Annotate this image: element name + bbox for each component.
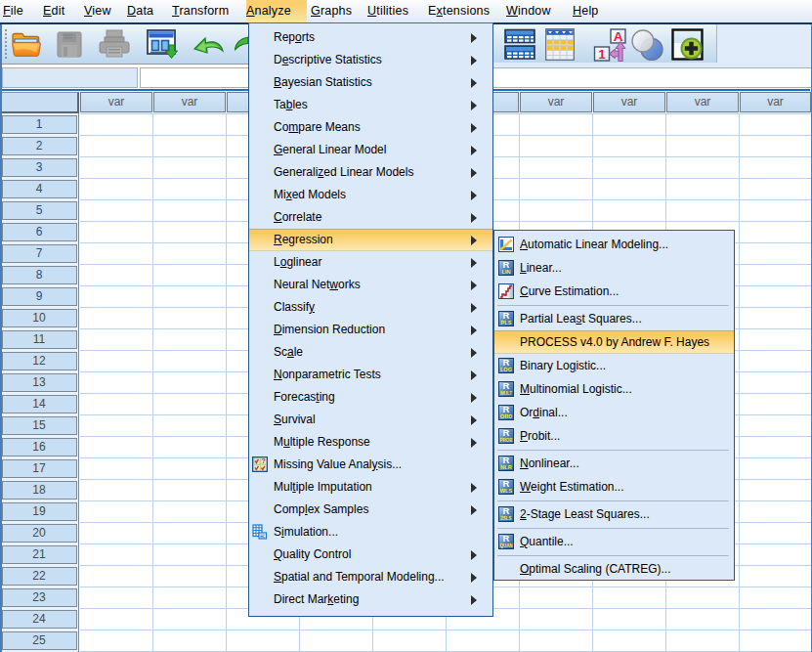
svg-text:NLR: NLR	[500, 464, 512, 470]
svg-text:R: R	[503, 534, 510, 543]
svg-text:PLS: PLS	[501, 320, 512, 326]
svg-text:R: R	[503, 428, 510, 438]
svg-text:WLS: WLS	[500, 488, 513, 494]
svg-text:R: R	[503, 506, 510, 516]
svg-text:ORD: ORD	[500, 413, 512, 419]
svg-text:?: ?	[261, 456, 266, 465]
svg-text:2SLS: 2SLS	[500, 516, 511, 521]
svg-text:R: R	[503, 381, 510, 391]
svg-text:1: 1	[598, 47, 606, 62]
svg-text:LIN: LIN	[501, 269, 510, 275]
svg-text:MULT: MULT	[500, 391, 512, 396]
svg-text:PROB: PROB	[499, 438, 513, 443]
svg-text:QUAN: QUAN	[499, 543, 512, 548]
svg-text:A: A	[614, 29, 623, 44]
svg-text:LOG: LOG	[500, 367, 512, 372]
